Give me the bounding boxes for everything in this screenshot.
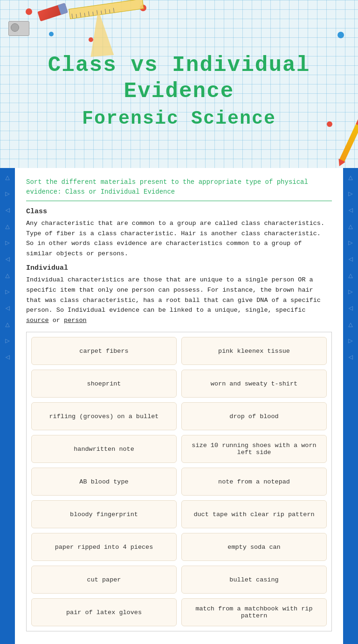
card-item-13[interactable]: paper ripped into 4 pieces [31, 533, 177, 561]
page-title-line1: Class vs Individual Evidence [9, 53, 349, 104]
page-title-line2: Forensic Science [82, 108, 276, 129]
r-side-symbol-8: ▷ [348, 287, 353, 296]
pencil-right-icon [339, 118, 358, 162]
dot-blue-right [337, 32, 344, 38]
card-item-14[interactable]: empty soda can [181, 533, 327, 561]
side-symbol-9: ◁ [5, 303, 10, 313]
ruler-icon [69, 0, 144, 19]
side-symbol-8: ▷ [5, 287, 10, 296]
card-item-10[interactable]: note from a notepad [181, 468, 327, 496]
sharpener-icon [8, 21, 29, 36]
card-item-2[interactable]: pink kleenex tissue [181, 337, 327, 365]
card-item-12[interactable]: duct tape with clear rip pattern [181, 500, 327, 528]
side-symbol-7: △ [5, 271, 10, 280]
individual-body-or: or [53, 317, 64, 324]
dot-red-topcenter [140, 5, 146, 11]
r-side-symbol-7: △ [348, 271, 353, 280]
card-item-7[interactable]: handwritten note [31, 435, 177, 463]
individual-body-link1[interactable]: source [26, 317, 49, 324]
individual-body-link2[interactable]: person [64, 317, 87, 324]
card-item-4[interactable]: worn and sweaty t-shirt [181, 370, 327, 398]
r-side-symbol-1: △ [348, 173, 353, 182]
card-item-5[interactable]: rifling (grooves) on a bullet [31, 402, 177, 430]
card-item-18[interactable]: match from a matchbook with rip pattern [181, 598, 327, 626]
r-side-symbol-12: ◁ [348, 352, 353, 362]
content-wrapper: △ ▷ ◁ △ ▷ ◁ △ ▷ ◁ △ ▷ ◁ Sort the differe… [0, 168, 358, 644]
header-section: Class vs Individual Evidence Forensic Sc… [0, 0, 358, 168]
side-symbol-10: △ [5, 320, 10, 329]
individual-body-text: Individual characteristics are those tha… [26, 276, 321, 314]
r-side-symbol-4: △ [348, 222, 353, 231]
individual-body: Individual characteristics are those tha… [26, 275, 332, 325]
card-item-8[interactable]: size 10 running shoes with a worn left s… [181, 435, 327, 463]
r-side-symbol-5: ▷ [348, 238, 353, 247]
card-item-9[interactable]: AB blood type [31, 468, 177, 496]
side-symbol-1: △ [5, 173, 10, 182]
r-side-symbol-2: ▷ [348, 189, 353, 198]
card-item-17[interactable]: pair of latex gloves [31, 598, 177, 626]
card-grid: carpet fiberspink kleenex tissueshoeprin… [26, 332, 332, 631]
side-symbol-12: ◁ [5, 352, 10, 362]
side-symbol-3: ◁ [5, 205, 10, 215]
dot-red-mid [89, 37, 93, 42]
main-content: Sort the different materials present to … [15, 168, 343, 644]
dot-red-bottomright [327, 121, 332, 127]
card-item-3[interactable]: shoeprint [31, 370, 177, 398]
section-divider [26, 201, 332, 201]
side-symbol-2: ▷ [5, 189, 10, 198]
class-body: Any characteristic that are common to a … [26, 218, 332, 259]
dot-red-topleft [26, 8, 32, 15]
instruction-text: Sort the different materials present to … [26, 177, 332, 197]
eraser-icon [37, 3, 68, 21]
side-symbol-5: ▷ [5, 238, 10, 247]
card-item-15[interactable]: cut paper [31, 566, 177, 594]
card-item-1[interactable]: carpet fibers [31, 337, 177, 365]
card-item-6[interactable]: drop of blood [181, 402, 327, 430]
r-side-symbol-9: ◁ [348, 303, 353, 313]
side-symbol-11: ▷ [5, 336, 10, 345]
individual-heading: Individual [26, 264, 332, 272]
left-side-panel: △ ▷ ◁ △ ▷ ◁ △ ▷ ◁ △ ▷ ◁ [0, 168, 15, 644]
side-symbol-4: △ [5, 222, 10, 231]
triangle-ruler-icon [87, 8, 114, 57]
right-side-panel: △ ▷ ◁ △ ▷ ◁ △ ▷ ◁ △ ▷ ◁ [343, 168, 358, 644]
card-item-11[interactable]: bloody fingerprint [31, 500, 177, 528]
r-side-symbol-3: ◁ [348, 205, 353, 215]
card-item-16[interactable]: bullet casing [181, 566, 327, 594]
side-symbol-6: ◁ [5, 254, 10, 264]
dot-blue-sharpener [49, 32, 54, 36]
r-side-symbol-10: △ [348, 320, 353, 329]
r-side-symbol-11: ▷ [348, 336, 353, 345]
class-heading: Class [26, 208, 332, 216]
r-side-symbol-6: ◁ [348, 254, 353, 264]
